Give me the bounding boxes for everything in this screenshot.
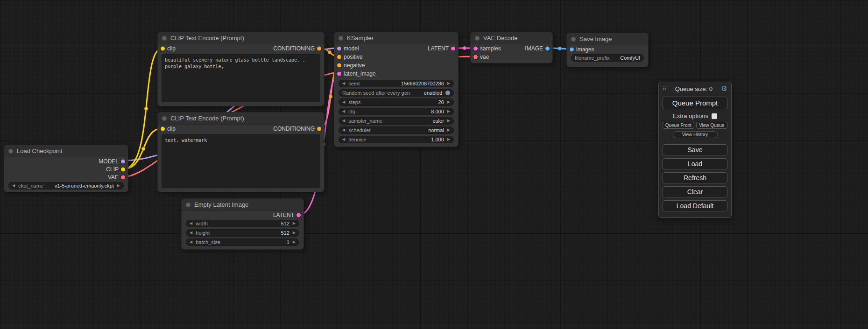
collapse-dot[interactable]	[571, 37, 576, 42]
sampler-name-widget[interactable]: ◀ sampler_name euler ▶	[339, 117, 454, 125]
save-button[interactable]: Save	[663, 144, 727, 155]
model-output-port[interactable]	[121, 159, 125, 163]
widget-value: enabled	[424, 90, 442, 96]
negative-prompt-textarea[interactable]: text, watermark	[162, 134, 320, 188]
latent-output-port[interactable]	[296, 213, 301, 217]
node-title: Empty Latent Image	[194, 201, 248, 208]
latent-output-port[interactable]	[451, 47, 455, 51]
decrement-arrow-icon[interactable]: ◀	[342, 128, 345, 132]
view-queue-button[interactable]: View Queue	[696, 122, 728, 129]
increment-arrow-icon[interactable]: ▶	[447, 82, 450, 85]
queue-prompt-button[interactable]: Queue Prompt	[663, 97, 727, 109]
node-clip-text-encode-negative[interactable]: CLIP Text Encode (Prompt) clip CONDITION…	[157, 112, 325, 192]
collapse-dot[interactable]	[475, 36, 480, 41]
collapse-dot[interactable]	[186, 203, 191, 207]
collapse-dot[interactable]	[339, 36, 343, 41]
ckpt-name-widget[interactable]: ◀ ckpt_name v1-5-pruned-emaonly.ckpt ▶	[8, 182, 124, 189]
widget-value: ComfyUI	[620, 55, 640, 61]
steps-widget[interactable]: ◀ steps 20 ▶	[339, 98, 454, 106]
node-vae-decode-titlebar[interactable]: VAE Decode	[471, 32, 552, 44]
clip-output-port[interactable]	[121, 167, 125, 171]
node-empty-latent-image[interactable]: Empty Latent Image LATENT ◀ width 512 ▶ …	[181, 198, 304, 250]
gear-icon[interactable]: ⚙	[721, 84, 727, 93]
batch-size-widget[interactable]: ◀ batch_size 1 ▶	[186, 238, 299, 246]
filename-prefix-widget[interactable]: filename_prefix ComfyUI	[571, 54, 644, 62]
scheduler-widget[interactable]: ◀ scheduler normal ▶	[339, 126, 454, 134]
node-save-image-titlebar[interactable]: Save Image	[567, 33, 648, 45]
increment-arrow-icon[interactable]: ▶	[293, 222, 296, 225]
wire-midpoint-dot	[144, 107, 148, 111]
seed-widget[interactable]: ◀ seed 156680208700286 ▶	[339, 80, 454, 87]
negative-input-port[interactable]	[337, 63, 341, 68]
node-ksampler-titlebar[interactable]: KSampler	[334, 32, 458, 44]
node-ksampler[interactable]: KSampler model LATENT positive negative …	[334, 32, 459, 147]
node-title: CLIP Text Encode (Prompt)	[170, 115, 244, 122]
increment-arrow-icon[interactable]: ▶	[293, 231, 296, 235]
input-slot-vae: vae	[471, 53, 552, 61]
node-empty-latent-titlebar[interactable]: Empty Latent Image	[182, 199, 303, 211]
decrement-arrow-icon[interactable]: ◀	[190, 231, 192, 235]
node-graph-canvas[interactable]: Load Checkpoint MODEL CLIP VAE ◀ ckpt_na…	[0, 0, 868, 329]
collapse-dot[interactable]	[162, 116, 167, 121]
refresh-button[interactable]: Refresh	[663, 172, 727, 183]
decrement-arrow-icon[interactable]: ◀	[342, 110, 345, 113]
node-vae-decode[interactable]: VAE Decode samples IMAGE vae	[470, 32, 553, 63]
decrement-arrow-icon[interactable]: ◀	[190, 222, 192, 225]
increment-arrow-icon[interactable]: ▶	[447, 110, 450, 113]
positive-input-port[interactable]	[337, 55, 341, 59]
increment-arrow-icon[interactable]: ▶	[447, 128, 450, 132]
images-input-port[interactable]	[570, 47, 574, 51]
cfg-widget[interactable]: ◀ cfg 8.000 ▶	[339, 108, 454, 115]
collapse-dot[interactable]	[162, 36, 167, 41]
queue-front-button[interactable]: Queue Front	[663, 122, 694, 129]
decrement-arrow-icon[interactable]: ◀	[342, 100, 345, 104]
node-load-checkpoint[interactable]: Load Checkpoint MODEL CLIP VAE ◀ ckpt_na…	[4, 145, 128, 192]
widget-value: 8.000	[431, 109, 444, 114]
slot-label-conditioning: CONDITIONING	[273, 45, 315, 52]
increment-arrow-icon[interactable]: ▶	[117, 184, 120, 188]
node-save-image[interactable]: Save Image images filename_prefix ComfyU…	[566, 33, 649, 67]
slot-label-clip: clip	[167, 45, 176, 52]
node-load-checkpoint-titlebar[interactable]: Load Checkpoint	[4, 145, 128, 157]
increment-arrow-icon[interactable]: ▶	[447, 119, 450, 123]
decrement-arrow-icon[interactable]: ◀	[342, 138, 345, 141]
node-clip-positive-titlebar[interactable]: CLIP Text Encode (Prompt)	[158, 32, 324, 44]
increment-arrow-icon[interactable]: ▶	[447, 138, 450, 141]
node-clip-text-encode-positive[interactable]: CLIP Text Encode (Prompt) clip CONDITION…	[157, 32, 325, 106]
view-history-button[interactable]: View History	[673, 131, 718, 138]
increment-arrow-icon[interactable]: ▶	[447, 100, 450, 104]
clip-input-port[interactable]	[161, 126, 165, 131]
extra-options-row: Extra options	[673, 112, 717, 119]
slot-label-model: model	[344, 45, 359, 52]
extra-options-checkbox[interactable]	[712, 113, 717, 119]
slot-label-positive: positive	[344, 54, 363, 60]
model-input-port[interactable]	[337, 47, 341, 51]
decrement-arrow-icon[interactable]: ◀	[12, 184, 15, 188]
random-seed-toggle[interactable]: Random seed after every gen enabled	[339, 89, 454, 97]
drag-handle-icon[interactable]: ⠿	[663, 86, 666, 92]
decrement-arrow-icon[interactable]: ◀	[342, 82, 345, 85]
conditioning-output-port[interactable]	[317, 46, 321, 50]
load-default-button[interactable]: Load Default	[663, 200, 727, 211]
vae-input-port[interactable]	[473, 55, 478, 59]
clip-input-port[interactable]	[161, 46, 165, 50]
latent-image-input-port[interactable]	[337, 72, 341, 76]
decrement-arrow-icon[interactable]: ◀	[342, 119, 345, 123]
load-button[interactable]: Load	[663, 158, 727, 169]
height-widget[interactable]: ◀ height 512 ▶	[186, 229, 299, 237]
output-slot-vae: VAE	[4, 173, 128, 181]
positive-prompt-textarea[interactable]: beautiful scenery nature glass bottle la…	[162, 54, 320, 102]
image-output-port[interactable]	[545, 47, 550, 51]
collapse-dot[interactable]	[8, 149, 13, 154]
decrement-arrow-icon[interactable]: ◀	[190, 240, 192, 244]
conditioning-output-port[interactable]	[317, 126, 321, 131]
toggle-knob[interactable]	[445, 91, 450, 95]
samples-input-port[interactable]	[473, 47, 478, 51]
denoise-widget[interactable]: ◀ denoise 1.000 ▶	[339, 136, 454, 143]
vae-output-port[interactable]	[121, 175, 125, 179]
node-clip-negative-titlebar[interactable]: CLIP Text Encode (Prompt)	[158, 112, 324, 125]
clear-button[interactable]: Clear	[663, 186, 727, 197]
increment-arrow-icon[interactable]: ▶	[293, 240, 296, 244]
width-widget[interactable]: ◀ width 512 ▶	[186, 220, 299, 227]
widget-label: steps	[348, 99, 360, 105]
